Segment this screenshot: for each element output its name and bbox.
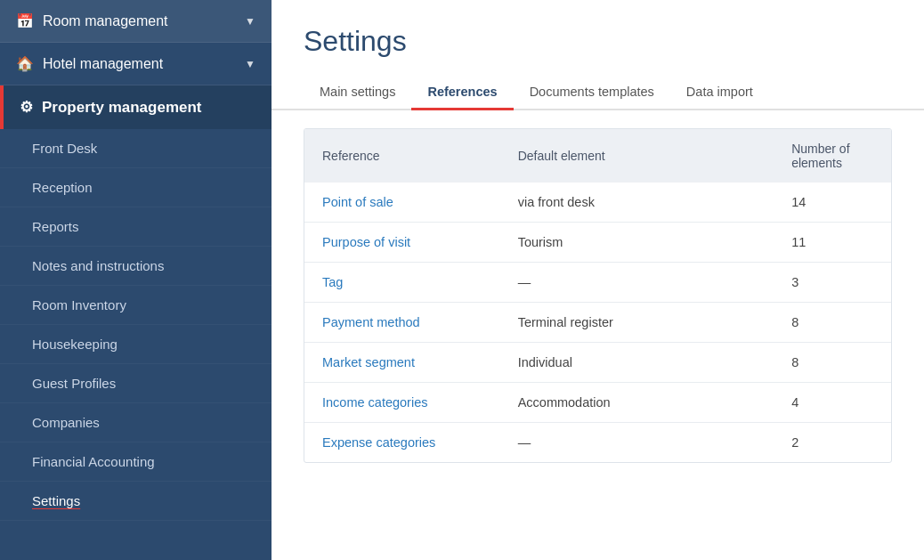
sidebar-item-settings[interactable]: Settings (0, 482, 272, 521)
table-row: Payment methodTerminal register8 (304, 303, 891, 343)
default-element-value: — (500, 423, 774, 463)
number-of-elements-value: 8 (774, 303, 891, 343)
sidebar-top-label: Hotel management (43, 56, 163, 72)
sidebar-section-label: Property management (42, 99, 202, 117)
sidebar-item-room-inventory[interactable]: Room Inventory (0, 286, 272, 325)
main-content: Settings Main settingsReferencesDocument… (272, 0, 924, 560)
tab-main-settings[interactable]: Main settings (304, 76, 411, 110)
table-row: Point of salevia front desk14 (304, 183, 891, 223)
number-of-elements-value: 14 (774, 183, 891, 223)
reference-link[interactable]: Payment method (304, 303, 500, 343)
chevron-down-icon: ▼ (245, 58, 255, 70)
tab-references[interactable]: References (411, 76, 513, 110)
sidebar-item-financial-accounting[interactable]: Financial Accounting (0, 442, 272, 482)
reference-link[interactable]: Purpose of visit (304, 223, 500, 263)
col-header-number-of-elements: Number of elements (774, 129, 891, 183)
default-element-value: Tourism (500, 223, 774, 263)
reference-link[interactable]: Market segment (304, 343, 500, 383)
table-row: Purpose of visitTourism11 (304, 223, 891, 263)
sidebar: 📅 Room management ▼ 🏠 Hotel management ▼… (0, 0, 272, 560)
reference-link[interactable]: Point of sale (304, 183, 500, 223)
default-element-value: — (500, 263, 774, 303)
number-of-elements-value: 8 (774, 343, 891, 383)
sidebar-item-property-management[interactable]: ⚙ Property management (0, 85, 272, 129)
tab-documents-templates[interactable]: Documents templates (514, 76, 670, 110)
sidebar-top-label: Room management (43, 13, 168, 29)
default-element-value: Terminal register (500, 303, 774, 343)
sidebar-item-companies[interactable]: Companies (0, 403, 272, 442)
default-element-value: Accommodation (500, 383, 774, 423)
number-of-elements-value: 11 (774, 223, 891, 263)
chevron-down-icon: ▼ (245, 15, 255, 28)
sidebar-item-housekeeping[interactable]: Housekeeping (0, 325, 272, 364)
table-row: Tag—3 (304, 263, 891, 303)
sidebar-item-hotel-management[interactable]: 🏠 Hotel management ▼ (0, 43, 272, 85)
gear-icon: ⚙ (20, 98, 33, 117)
sidebar-item-room-management[interactable]: 📅 Room management ▼ (0, 0, 272, 43)
sidebar-item-guest-profiles[interactable]: Guest Profiles (0, 364, 272, 403)
sidebar-item-reception[interactable]: Reception (0, 168, 272, 207)
default-element-value: Individual (500, 343, 774, 383)
tabs-bar: Main settingsReferencesDocuments templat… (272, 76, 924, 110)
sidebar-item-reports[interactable]: Reports (0, 207, 272, 247)
page-header: Settings (272, 0, 924, 67)
col-header-reference: Reference (304, 129, 500, 183)
sidebar-item-front-desk[interactable]: Front Desk (0, 129, 272, 168)
page-title: Settings (304, 25, 892, 58)
reference-link[interactable]: Tag (304, 263, 500, 303)
table-row: Income categoriesAccommodation4 (304, 383, 891, 423)
reference-link[interactable]: Expense categories (304, 423, 500, 463)
references-table: ReferenceDefault elementNumber of elemen… (304, 129, 891, 462)
table-row: Expense categories—2 (304, 423, 891, 463)
table-row: Market segmentIndividual8 (304, 343, 891, 383)
tab-data-import[interactable]: Data import (670, 76, 769, 110)
reference-link[interactable]: Income categories (304, 383, 500, 423)
sidebar-item-notes-instructions[interactable]: Notes and instructions (0, 247, 272, 286)
references-table-container: ReferenceDefault elementNumber of elemen… (304, 128, 892, 463)
home-icon: 🏠 (16, 55, 34, 72)
calendar-icon: 📅 (16, 12, 34, 29)
number-of-elements-value: 2 (774, 423, 891, 463)
col-header-default-element: Default element (500, 129, 774, 183)
number-of-elements-value: 4 (774, 383, 891, 423)
default-element-value: via front desk (500, 183, 774, 223)
number-of-elements-value: 3 (774, 263, 891, 303)
